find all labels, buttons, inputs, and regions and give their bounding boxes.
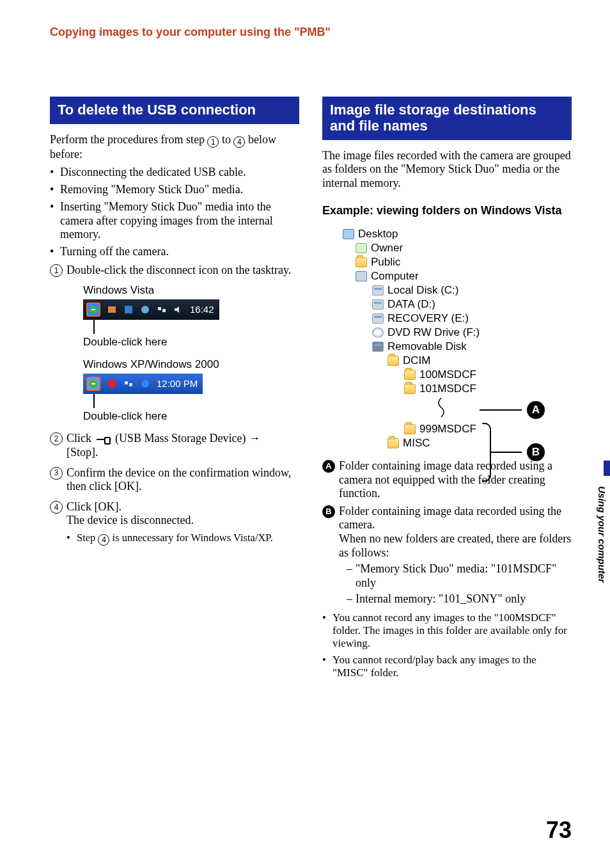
drive-icon [372, 313, 384, 324]
list-item: Removing "Memory Stick Duo" media. [50, 183, 299, 196]
notes-list: You cannot record any images to the "100… [322, 612, 572, 679]
folder-icon [404, 384, 416, 394]
legend-badge-b: B [322, 505, 335, 518]
svg-rect-4 [158, 307, 161, 310]
intro-paragraph: Perform the procedures from step 1 to 4 … [50, 133, 299, 162]
legend-text: When no new folders are created, there a… [339, 532, 571, 559]
tray-icon [123, 304, 134, 315]
section-heading-left: To delete the USB connection [50, 97, 299, 124]
svg-rect-8 [129, 383, 132, 386]
procedure-steps: Double-click the disconnect icon on the … [50, 264, 299, 546]
step-text: Double-click the disconnect icon on the … [66, 264, 291, 276]
tray-icon [140, 304, 150, 315]
legend-text: Folder containing image data recorded us… [339, 459, 552, 500]
shield-icon [107, 379, 117, 389]
callout-line [491, 452, 522, 453]
side-tab-label: Using your computer [597, 486, 607, 583]
page-number: 73 [546, 817, 572, 844]
tasktray-caption: Double-click here [83, 336, 299, 349]
tree-label: MISC [403, 437, 430, 450]
tree-node-removable: Removable Disk [372, 340, 541, 354]
list-item: Inserting "Memory Stick Duo" media into … [50, 200, 299, 241]
tree-label: DCIM [403, 354, 430, 367]
folder-icon [356, 257, 367, 267]
tray-icon [107, 304, 117, 315]
desktop-icon [343, 229, 354, 239]
tree-label: DVD RW Drive (F:) [387, 326, 480, 339]
list-item: You cannot record any images to the "100… [322, 612, 572, 650]
step-item: Confirm the device on the confirmation w… [50, 466, 299, 494]
tree-node-folder: 101MSDCF [404, 382, 541, 396]
step-text: [Stop]. [66, 446, 98, 459]
tree-node-misc: MISC [387, 436, 541, 450]
tree-label: Owner [371, 242, 403, 255]
callout-line [480, 409, 522, 411]
list-item: Turning off the camera. [50, 245, 299, 258]
computer-icon [356, 271, 367, 281]
tree-node-owner: Owner [356, 241, 541, 255]
usb-icon [97, 434, 111, 443]
section-heading-right: Image file storage destinations and file… [322, 97, 572, 140]
drive-icon [372, 299, 384, 310]
tasktray-xp: 12:00 PM [83, 374, 299, 408]
tree-node-folder: 999MSDCF [404, 422, 541, 436]
tree-node-public: Public [356, 255, 541, 269]
tree-node-drive: RECOVERY (E:) [372, 312, 541, 326]
tasktray-box: 12:00 PM [83, 374, 203, 394]
tree-label: Removable Disk [387, 340, 467, 353]
tray-icon [140, 379, 150, 389]
side-tab: Using your computer [592, 461, 610, 601]
callout-legend: A Folder containing image data recorded … [322, 459, 572, 606]
step-ref-icon: 4 [233, 136, 245, 148]
list-item: Internal memory: "101_SONY" only [347, 592, 572, 606]
step-ref-icon: 4 [98, 534, 109, 546]
running-head: Copying images to your computer using th… [50, 26, 572, 39]
side-tab-marker [604, 461, 610, 476]
intro-text: to [219, 133, 233, 146]
list-item: You cannot record/play back any images t… [322, 654, 572, 679]
network-icon [123, 379, 134, 389]
volume-icon [173, 304, 184, 315]
step-text: Click [66, 432, 95, 445]
callout-line [93, 394, 95, 408]
note-text: Step [77, 532, 98, 544]
left-column: To delete the USB connection Perform the… [50, 97, 299, 684]
example-heading: Example: viewing folders on Windows Vist… [322, 204, 572, 218]
disconnect-icon [86, 303, 100, 317]
disconnect-icon [86, 377, 100, 391]
tree-node-desktop: Desktop [343, 227, 541, 241]
step-item: Double-click the disconnect icon on the … [50, 264, 299, 423]
step-text: Click [OK]. [66, 500, 121, 513]
removable-disk-icon [372, 342, 384, 352]
tree-label: Public [371, 256, 400, 269]
drive-icon [372, 285, 384, 296]
svg-rect-5 [162, 309, 166, 312]
tree-node-folder: 100MSDCF [404, 368, 541, 382]
tasktray-box: 16:42 [83, 299, 219, 320]
svg-rect-7 [125, 381, 128, 384]
folder-tree: Desktop Owner Public Computer Local Disk… [343, 227, 541, 450]
clock-time: 12:00 PM [157, 378, 198, 390]
manual-page: Copying images to your computer using th… [0, 0, 610, 868]
svg-point-3 [141, 306, 149, 313]
tasktray-vista: 16:42 [83, 299, 299, 334]
tree-label: DATA (D:) [387, 298, 435, 311]
tree-node-drive: DATA (D:) [372, 297, 541, 312]
folder-icon [387, 438, 399, 448]
right-column: Image file storage destinations and file… [322, 97, 572, 684]
callout-line [93, 320, 95, 334]
legend-item: A Folder containing image data recorded … [322, 459, 572, 501]
tree-label: Desktop [358, 228, 398, 241]
note-text: is unnecessary for Windows Vista/XP. [109, 532, 272, 544]
intro-text: Perform the procedures from step [50, 133, 207, 146]
arrow-icon: → [249, 432, 260, 445]
folder-icon [404, 424, 416, 434]
intro-paragraph: The image files recorded with the camera… [322, 149, 572, 191]
folder-icon [387, 356, 399, 366]
tree-label: Local Disk (C:) [387, 284, 458, 297]
tree-label: 101MSDCF [419, 383, 476, 395]
tree-label: Computer [371, 270, 419, 283]
network-icon [157, 304, 167, 315]
callout-a-badge: A [527, 401, 545, 419]
step-ref-icon: 1 [207, 136, 219, 148]
